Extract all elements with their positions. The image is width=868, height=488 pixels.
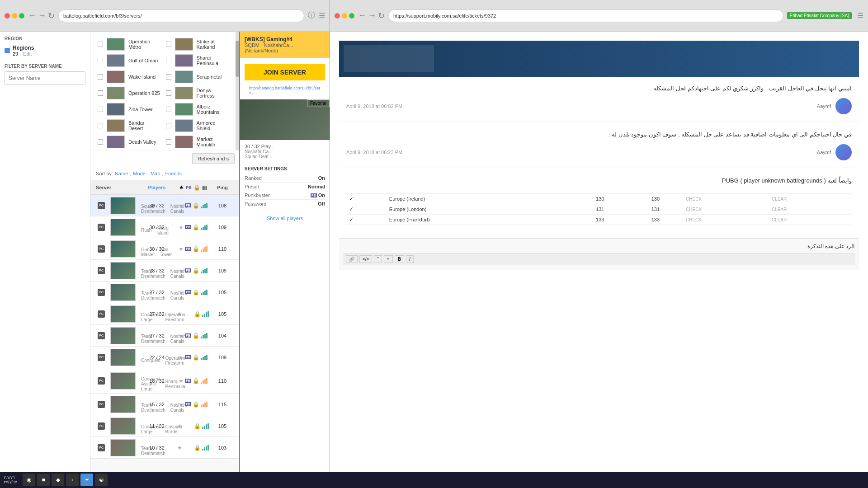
server-row[interactable]: PC BIELEFELDER-NACHTFALKEN/Fast Vehicle/… xyxy=(90,303,239,325)
map-checkbox[interactable] xyxy=(98,58,103,63)
refresh-button[interactable]: Refresh and s xyxy=(192,153,235,164)
sort-friends-link[interactable]: Friends xyxy=(165,171,182,176)
map-checkbox[interactable] xyxy=(166,90,171,96)
ping-check-link[interactable]: CHECK xyxy=(683,194,769,204)
bar-3 xyxy=(204,334,206,338)
right-back-icon[interactable]: ← xyxy=(358,11,366,20)
right-minimize-dot[interactable] xyxy=(342,13,347,19)
map-checkbox[interactable] xyxy=(166,123,171,128)
map-item[interactable]: Donya Fortress xyxy=(163,85,231,101)
minimize-dot[interactable] xyxy=(12,13,17,19)
map-checkbox[interactable] xyxy=(98,123,103,128)
map-checkbox[interactable] xyxy=(166,139,171,145)
right-refresh-icon[interactable]: ↻ xyxy=(378,11,385,21)
server-row[interactable]: PC 666 SEXY FLAGRUN | NO KILL | FAST XP … xyxy=(90,415,239,437)
taskbar-icon-1[interactable]: ◉ xyxy=(23,474,35,486)
region-checkbox[interactable] xyxy=(5,48,10,53)
taskbar-icon-4[interactable]: ◦ xyxy=(66,474,79,486)
server-row[interactable]: PC PL Platoon | TDM | NO C4 | NO SHOTGUN… xyxy=(90,325,239,347)
favorite-star-icon[interactable]: ★ xyxy=(179,378,184,384)
server-row[interactable]: PC [WBKS] Gaming#4 - 24/7 SQDM - Noshahr… xyxy=(90,195,239,216)
right-menu-icon[interactable]: ☰ xyxy=(857,11,863,20)
map-checkbox[interactable] xyxy=(166,58,171,63)
reply-tool-italic[interactable]: I xyxy=(406,255,414,263)
server-row[interactable]: PC [WBKS] Gaming#6 - 24/7 CQ Sharqi Peni… xyxy=(90,368,239,394)
address-bar[interactable]: battelog.battlefield.com/bf3/servers/ xyxy=(58,9,304,22)
taskbar-icon-3[interactable]: ◆ xyxy=(52,474,64,486)
map-checkbox[interactable] xyxy=(98,139,103,145)
reply-tool-quote[interactable]: “ xyxy=(374,255,382,263)
map-item[interactable]: Wake Island xyxy=(95,69,163,85)
scroll-thumb[interactable] xyxy=(236,41,239,77)
map-item[interactable]: Operation 925 xyxy=(95,85,163,101)
map-item[interactable]: Death Valley xyxy=(95,134,163,150)
ping-check-link[interactable]: CHECK xyxy=(683,215,769,225)
map-checkbox[interactable] xyxy=(98,74,103,80)
region-edit-link[interactable]: Edit xyxy=(23,51,32,56)
favorite-star-icon[interactable]: ★ xyxy=(177,445,182,451)
map-item[interactable]: Gulf of Oman xyxy=(95,52,163,69)
favorite-star-icon[interactable]: ★ xyxy=(179,202,184,209)
ping-clear-link[interactable]: CLEAR xyxy=(769,204,852,215)
map-item[interactable]: Strike at Karkand xyxy=(163,36,231,52)
join-server-button[interactable]: JOIN SERVER xyxy=(245,64,325,80)
map-item[interactable]: Scrapmetal xyxy=(163,69,231,85)
right-address-bar[interactable]: https://support.mobily.com.sa/elife/tick… xyxy=(388,9,783,22)
server-row[interactable]: PC [JAH] Warriors #05 - Ziba Tower Only … xyxy=(90,238,239,260)
taskbar-icon-2[interactable]: ■ xyxy=(37,474,50,486)
back-icon[interactable]: ← xyxy=(28,11,36,20)
ping-check-link[interactable]: CHECK xyxy=(683,204,769,215)
favorite-star-icon[interactable]: ★ xyxy=(179,289,184,296)
map-checkbox[interactable] xyxy=(98,107,103,112)
reply-tool-link[interactable]: 🔗 xyxy=(346,255,358,263)
right-maximize-dot[interactable] xyxy=(349,13,354,19)
map-checkbox[interactable] xyxy=(98,90,103,96)
map-item[interactable]: Ziba Tower xyxy=(95,101,163,117)
sort-mode-link[interactable]: Mode xyxy=(133,171,146,176)
sort-map-link[interactable]: Map xyxy=(151,171,160,176)
reply-tool-bold[interactable]: B xyxy=(395,255,404,263)
server-row[interactable]: PC I45 Snipe Crossing TDM 500 Tickets No… xyxy=(90,437,239,459)
favorite-star-icon[interactable]: ★ xyxy=(179,224,184,230)
maximize-dot[interactable] xyxy=(19,13,24,19)
favorite-star-icon[interactable]: ★ xyxy=(179,354,184,361)
favorite-star-icon[interactable]: ★ xyxy=(177,423,182,429)
server-name-filter-input[interactable] xyxy=(5,71,85,85)
map-checkbox[interactable] xyxy=(166,74,171,80)
server-row[interactable]: PC BEST TDM MAPS ONLY [24/7] | VOTEMAP O… xyxy=(90,394,239,415)
taskbar-icon-5[interactable]: ☯ xyxy=(95,474,108,486)
server-row[interactable]: PC [TNT]#2 FIRESTORM | Takeshis Castle |… xyxy=(90,347,239,368)
favorite-button[interactable]: Favorite xyxy=(307,99,330,107)
map-item[interactable]: Armored Shield xyxy=(163,117,231,134)
show-all-players-link[interactable]: Show all players xyxy=(240,212,330,225)
map-name: Operation 925 xyxy=(128,90,160,96)
map-item[interactable]: Bandar Desert xyxy=(95,117,163,134)
reply-tool-list[interactable]: ≡ xyxy=(384,255,393,263)
reply-tool-code[interactable]: </> xyxy=(359,255,372,263)
map-item[interactable]: Alborz Mountains xyxy=(163,101,231,117)
server-row[interactable]: PC Cloverfield :: Close Quarters : No Ru… xyxy=(90,282,239,303)
map-checkbox[interactable] xyxy=(98,42,103,47)
ping-clear-link[interactable]: CLEAR xyxy=(769,194,852,204)
favorite-star-icon[interactable]: ★ xyxy=(177,311,182,317)
map-item[interactable]: Markaz Monolith xyxy=(163,134,231,150)
right-close-dot[interactable] xyxy=(335,13,340,19)
favorite-star-icon[interactable]: ★ xyxy=(179,246,184,252)
right-forward-icon[interactable]: → xyxy=(368,11,376,20)
server-row[interactable]: PC Cloverfield :: Holy Rush : Join and D… xyxy=(90,216,239,238)
close-dot[interactable] xyxy=(5,13,10,19)
favorite-star-icon[interactable]: ★ xyxy=(179,333,184,339)
favorite-star-icon[interactable]: ★ xyxy=(179,401,184,408)
favorite-star-icon[interactable]: ★ xyxy=(179,267,184,274)
map-item[interactable]: Sharqi Peninsula xyxy=(163,52,231,69)
ping-clear-link[interactable]: CLEAR xyxy=(769,215,852,225)
sort-name-link[interactable]: Name xyxy=(115,171,128,176)
map-checkbox[interactable] xyxy=(166,107,171,112)
forward-icon[interactable]: → xyxy=(38,11,46,20)
menu-icon[interactable]: ☰ xyxy=(319,11,325,20)
map-item[interactable]: Operation Métro xyxy=(95,36,163,52)
map-checkbox[interactable] xyxy=(166,42,171,47)
server-row[interactable]: PC [WBKS] Gaming#8 - 24/7 TDM - NoshahrC… xyxy=(90,260,239,282)
refresh-icon[interactable]: ↻ xyxy=(48,11,55,21)
taskbar-icon-browser[interactable]: ☀ xyxy=(80,474,93,486)
